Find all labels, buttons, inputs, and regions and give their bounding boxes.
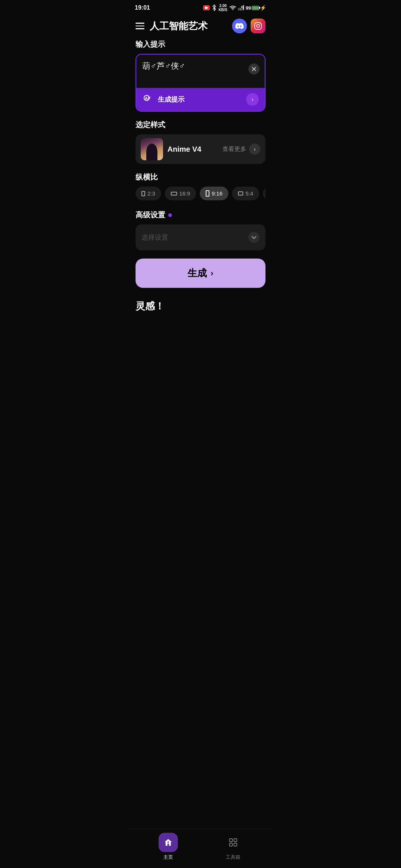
ratio-5-4-icon: [238, 191, 243, 195]
app-title: 人工智能艺术: [150, 20, 208, 33]
ratio-extra[interactable]: [263, 187, 265, 200]
ratio-16-9-icon: [171, 192, 177, 195]
status-time: 19:01: [135, 4, 150, 11]
style-thumbnail: [141, 138, 163, 160]
generate-prompt-button[interactable]: AI T 生成提示 ›: [136, 88, 265, 111]
ratio-5-4-label: 5:4: [245, 190, 253, 197]
svg-rect-0: [205, 7, 207, 9]
record-icon: [203, 5, 210, 10]
prompt-section-label: 输入提示: [136, 39, 265, 49]
inspiration-section: 灵感！: [136, 300, 265, 313]
ratio-9-16-label: 9:16: [212, 190, 222, 197]
ratio-16-9-label: 16:9: [179, 190, 190, 197]
signal-icon: [238, 5, 244, 11]
charging-icon: ⚡: [260, 5, 266, 11]
ratio-2-3-icon: [141, 191, 145, 196]
status-bar: 19:01 2.00KB/S: [128, 0, 273, 14]
generate-prompt-label: 生成提示: [158, 95, 185, 104]
ratio-2-3-label: 2:3: [147, 190, 155, 197]
style-name: Anime V4: [167, 145, 201, 154]
status-icons: 2.00KB/S 99 ⚡: [203, 4, 266, 12]
app-header: 人工智能艺术: [128, 14, 273, 39]
svg-marker-1: [207, 7, 208, 9]
settings-dropdown[interactable]: 选择设置: [136, 224, 265, 250]
prompt-text[interactable]: 葫♂芦♂侠♂: [142, 60, 259, 72]
svg-text:T: T: [149, 96, 151, 99]
prompt-input-area[interactable]: 葫♂芦♂侠♂: [136, 55, 265, 88]
prompt-clear-button[interactable]: [248, 63, 260, 75]
generate-button-label: 生成: [188, 267, 207, 280]
generate-prompt-arrow: ›: [246, 93, 259, 106]
svg-point-11: [257, 24, 260, 27]
advanced-dot: [168, 213, 172, 217]
header-icons: [232, 19, 265, 33]
svg-rect-10: [255, 23, 261, 29]
ratio-row: 2:3 16:9 9:16 5:4: [136, 187, 265, 202]
svg-point-12: [260, 24, 261, 24]
svg-rect-5: [238, 8, 239, 10]
generate-button[interactable]: 生成 ›: [136, 259, 265, 288]
bluetooth-icon: [212, 4, 217, 11]
main-content: 输入提示 葫♂芦♂侠♂ AI T: [128, 39, 273, 313]
prompt-section: 输入提示 葫♂芦♂侠♂ AI T: [136, 39, 265, 112]
generate-prompt-left: AI T 生成提示: [142, 93, 185, 105]
wifi-icon: [229, 5, 236, 11]
inspiration-title: 灵感！: [136, 300, 265, 313]
style-chevron-icon: ›: [249, 144, 260, 155]
network-speed: 2.00KB/S: [219, 4, 228, 12]
ratio-9-16-icon: [206, 190, 209, 197]
prompt-box: 葫♂芦♂侠♂ AI T: [136, 54, 265, 112]
style-section: 选定样式 Anime V4 查看更多 ›: [136, 120, 265, 164]
dropdown-chevron-icon: [248, 232, 260, 243]
style-more: 查看更多 ›: [222, 144, 260, 155]
generate-section: 生成 ›: [136, 259, 265, 288]
style-more-label: 查看更多: [222, 145, 246, 153]
battery-indicator: 99 ⚡: [246, 5, 266, 11]
svg-rect-8: [243, 5, 244, 10]
generate-button-arrow-icon: ›: [211, 269, 213, 278]
style-section-label: 选定样式: [136, 120, 265, 130]
ratio-5-4[interactable]: 5:4: [232, 187, 259, 200]
advanced-header: 高级设置: [136, 210, 265, 220]
discord-button[interactable]: [232, 19, 247, 33]
svg-text:AI: AI: [145, 96, 149, 101]
prompt-magic-icon: AI T: [142, 93, 154, 105]
ratio-2-3[interactable]: 2:3: [136, 187, 161, 200]
menu-button[interactable]: [136, 23, 144, 29]
advanced-settings-section: 高级设置 选择设置: [136, 210, 265, 250]
instagram-button[interactable]: [251, 19, 265, 33]
advanced-label: 高级设置: [136, 210, 165, 220]
ratio-16-9[interactable]: 16:9: [165, 187, 196, 200]
aspect-ratio-label: 纵横比: [136, 172, 265, 182]
aspect-ratio-section: 纵横比 2:3 16:9 9:16 5:4: [136, 172, 265, 202]
ratio-9-16[interactable]: 9:16: [200, 187, 228, 200]
header-left: 人工智能艺术: [136, 20, 208, 33]
style-card[interactable]: Anime V4 查看更多 ›: [136, 134, 265, 164]
settings-placeholder: 选择设置: [141, 233, 168, 242]
style-info: Anime V4: [141, 138, 201, 160]
